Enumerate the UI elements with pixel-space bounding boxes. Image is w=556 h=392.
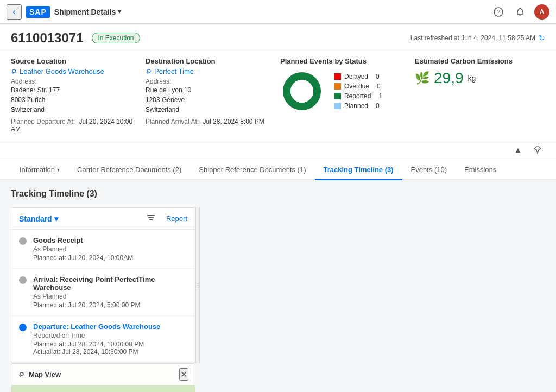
planned-events-section: Planned Events by Status Delayed 0 [280, 57, 410, 133]
left-panel: Standard ▾ Report [11, 207, 195, 363]
source-address-label: Address: [11, 78, 141, 85]
timeline-date: Planned at: Jul 20, 2024, 5:00:00 PM [33, 301, 187, 309]
carbon-value: 🌿 29,9 kg [415, 69, 545, 87]
timeline-title: Arrival: Receiving Point PerfectTime War… [33, 275, 187, 292]
carbon-title: Estimated Carbon Emissions [415, 57, 545, 65]
timeline-date-planned: Planned at: Jul 28, 2024, 10:00:00 PM [33, 340, 187, 348]
legend-overdue: Overdue 0 [334, 83, 382, 90]
svg-rect-10 [149, 219, 153, 220]
refresh-info: Last refreshed at Jun 4, 2024, 11:58:25 … [410, 34, 545, 42]
map-title: Map View [18, 370, 61, 378]
help-icon[interactable]: ? [491, 4, 506, 20]
timeline-title: Goods Receipt [33, 236, 187, 244]
report-link[interactable]: Report [166, 214, 187, 223]
svg-point-2 [12, 69, 16, 73]
source-departure: Planned Departure At: Jul 20, 2024 10:00… [11, 118, 141, 133]
status-badge: In Execution [92, 33, 140, 43]
timeline-dot-planned [19, 237, 27, 245]
main-content: Tracking Timeline (3) Standard ▾ Report [0, 180, 556, 392]
drag-handle[interactable]: ⋮ [195, 207, 200, 363]
notification-icon[interactable] [513, 4, 528, 20]
svg-point-6 [290, 80, 313, 103]
tabs: Information ▾ Carrier Reference Document… [0, 160, 556, 180]
timeline-content: Arrival: Receiving Point PerfectTime War… [33, 275, 187, 309]
refresh-icon[interactable]: ↻ [539, 34, 545, 42]
timeline-content: Departure: Leather Goods Warehouse Repor… [33, 323, 187, 356]
destination-title: Destination Location [146, 57, 276, 65]
back-button[interactable]: ‹ [7, 4, 22, 20]
destination-location: Destination Location Perfect Time Addres… [146, 57, 276, 133]
timeline-sub: As Planned [33, 245, 187, 253]
timeline-date-actual: Actual at: Jul 28, 2024, 10:30:00 PM [33, 348, 187, 356]
timeline-content: Goods Receipt As Planned Planned at: Jul… [33, 236, 187, 262]
chevron-down-icon: ▾ [118, 8, 121, 15]
section-title: Tracking Timeline (3) [11, 189, 545, 199]
timeline-sub: As Planned [33, 293, 187, 300]
standard-dropdown[interactable]: Standard ▾ [19, 214, 58, 223]
destination-address: Rue de Lyon 10 1203 Geneve Switzerland [146, 85, 276, 115]
source-location: Source Location Leather Goods Warehouse … [11, 57, 141, 133]
source-name-link[interactable]: Leather Goods Warehouse [11, 67, 141, 75]
shipment-id: 6110013071 [11, 30, 83, 46]
page-title[interactable]: Shipment Details ▾ [54, 8, 122, 16]
tab-emissions[interactable]: Emissions [456, 160, 505, 180]
tab-tracking[interactable]: Tracking Timeline (3) [315, 160, 402, 180]
timeline-item: Arrival: Receiving Point PerfectTime War… [11, 269, 195, 316]
timeline-sub: Reported on Time [33, 332, 187, 339]
legend-delayed: Delayed 0 [334, 73, 382, 80]
donut-chart [280, 69, 324, 113]
location-grid: Source Location Leather Goods Warehouse … [0, 50, 556, 140]
app-header: ‹ SAP Shipment Details ▾ ? A [0, 0, 556, 24]
svg-rect-8 [147, 215, 155, 216]
tab-events[interactable]: Events (10) [402, 160, 456, 180]
svg-point-11 [20, 372, 23, 376]
map-panel: Map View ✕ [11, 363, 195, 392]
leaf-icon: 🌿 [415, 71, 429, 85]
collapse-button[interactable]: ▲ [510, 142, 526, 157]
pin-button[interactable] [530, 142, 545, 157]
source-address: Badener Str. 177 8003 Zurich Switzerland [11, 85, 141, 115]
timeline-item: Goods Receipt As Planned Planned at: Jul… [11, 230, 195, 269]
sap-logo: SAP [26, 6, 50, 18]
two-col-layout: Standard ▾ Report [11, 207, 545, 392]
timeline-dot-reported [19, 324, 27, 331]
planned-events-title: Planned Events by Status [280, 57, 367, 65]
toolbar-row: ▲ [0, 140, 556, 160]
legend-items: Delayed 0 Overdue 0 Reported 1 Planned 0 [334, 73, 382, 110]
legend-planned: Planned 0 [334, 102, 382, 110]
source-title: Source Location [11, 57, 141, 65]
panel-header: Standard ▾ Report [11, 208, 195, 230]
tab-shipper[interactable]: Shipper Reference Documents (1) [190, 160, 314, 180]
legend-reported: Reported 1 [334, 92, 382, 100]
filter-icon[interactable] [147, 213, 155, 224]
chevron-down-icon: ▾ [57, 167, 60, 173]
shipment-bar: 6110013071 In Execution Last refreshed a… [0, 24, 556, 50]
map-close-button[interactable]: ✕ [179, 368, 188, 381]
carbon-section: Estimated Carbon Emissions 🌿 29,9 kg [415, 57, 545, 133]
svg-point-3 [147, 69, 150, 73]
header-icons: ? A [491, 4, 549, 20]
tab-information[interactable]: Information ▾ [11, 160, 68, 180]
destination-arrival: Planned Arrival At: Jul 28, 2024 8:00 PM [146, 118, 276, 125]
tab-carrier[interactable]: Carrier Reference Documents (2) [68, 160, 190, 180]
svg-rect-9 [148, 217, 154, 218]
timeline-title: Departure: Leather Goods Warehouse [33, 323, 187, 331]
timeline-date: Planned at: Jul 20, 2024, 10:00AM [33, 254, 187, 262]
timeline-dot-planned [19, 276, 27, 284]
avatar[interactable]: A [534, 4, 549, 20]
svg-text:?: ? [497, 9, 500, 15]
timeline-list: Goods Receipt As Planned Planned at: Jul… [11, 230, 195, 363]
destination-name-link[interactable]: Perfect Time [146, 67, 276, 75]
chevron-down-icon: ▾ [54, 214, 58, 223]
timeline-item: Departure: Leather Goods Warehouse Repor… [11, 316, 195, 363]
map-header: Map View ✕ [11, 364, 195, 385]
